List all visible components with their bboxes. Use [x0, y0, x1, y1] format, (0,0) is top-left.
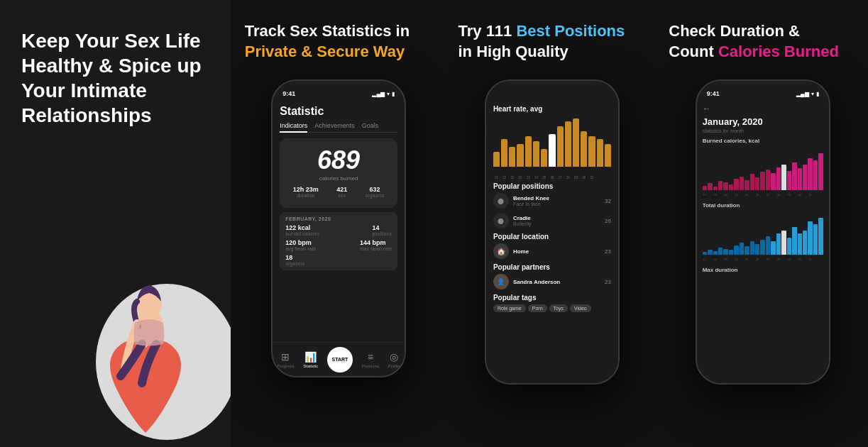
p4-lbl1-1 [708, 193, 712, 197]
bar-label-4: 23 [525, 176, 532, 180]
p4-bar2-0 [703, 252, 707, 255]
p4-bar2-18 [798, 233, 802, 255]
p4-lbl1-2: 22 [713, 193, 718, 197]
position-sub-1: Face to face [513, 202, 600, 206]
duration-chart [703, 212, 823, 255]
phone-mockup-4: 9:41 ▂▄▆ ▾ ▮ ← January, 2020 statistics … [696, 79, 830, 385]
headline-line-4: Relationships [21, 103, 202, 128]
tab-goals[interactable]: Goals [362, 122, 379, 129]
phone-screen-3: Heart rate, avg 212222222324252627282930… [486, 81, 618, 383]
p4-bar1-13 [771, 173, 775, 191]
month-sub: statistics for month [703, 128, 823, 133]
p4-lbl2-2: 22 [713, 258, 718, 261]
position-count-2: 26 [605, 218, 611, 224]
tab-indicators[interactable]: Indicators [280, 122, 307, 133]
p4-lbl1-19 [803, 193, 807, 197]
bar-label-5: 24 [533, 176, 539, 180]
section2-title: Total duration [703, 202, 823, 209]
back-button[interactable]: ← [703, 104, 823, 114]
tag-toys: Toys [549, 304, 568, 312]
orgasms-section-label: orgasms [285, 261, 392, 266]
position-info-2: Cradle Butterfly [513, 215, 600, 226]
p4-lbl2-19 [803, 258, 807, 261]
stat-big-number-card: 689 calories burned 12h 23m duration 421… [280, 138, 397, 208]
position-name-2: Cradle [513, 215, 600, 221]
phone-notch [310, 81, 367, 96]
nav-positions[interactable]: ≡ Positions [362, 351, 379, 368]
p4-lbl2-13 [771, 258, 775, 261]
positions-title: Popular positions [493, 182, 611, 190]
bar-9 [565, 121, 571, 167]
p4-bar1-12 [766, 170, 770, 190]
stat-tabs[interactable]: Indicators Achievements Goals [280, 122, 397, 133]
section-row-1: 122 kcal burned calories 14 positions [285, 224, 392, 236]
sex-lbl: sex [336, 193, 347, 198]
panel-2: Track Sex Statistics in Private & Secure… [231, 0, 447, 447]
p4-bar2-2 [713, 251, 718, 255]
p4-bar2-17 [792, 227, 796, 255]
nav-progress-label: Progress [277, 364, 294, 368]
partner-item: 👤 Sandra Anderson 23 [493, 274, 611, 289]
position-avatar-1: ⬤ [493, 193, 509, 209]
location-item: 🏠 Home 23 [493, 243, 611, 259]
p4-lbl2-22 [818, 258, 823, 261]
panel-2-headline: Track Sex Statistics in Private & Secure… [245, 21, 410, 62]
illustration [75, 163, 231, 447]
tab-achievements[interactable]: Achievements [314, 122, 355, 129]
p4-lbl1-5 [729, 193, 733, 197]
p4-lbl2-7 [740, 258, 744, 261]
p4-lbl1-4: 23 [723, 193, 727, 197]
chart-title: Heart rate, avg [493, 105, 611, 113]
p4-lbl2-21 [813, 258, 818, 261]
position-name-1: Bended Knee [513, 195, 600, 202]
panel-4-headline-accent: Calories Burned [718, 43, 839, 60]
position-avatar-2: ⬤ [493, 213, 509, 228]
nav-start-button[interactable]: START [327, 347, 353, 372]
p4-lbl2-11 [760, 258, 764, 261]
tag-porn: Porn [528, 304, 547, 312]
status-time: 9:41 [282, 90, 295, 97]
panel-4: Check Duration & Count Calories Burned 9… [657, 0, 868, 447]
partner-info: Sandra Anderson [513, 279, 600, 285]
max-heart-val: 144 bpm [360, 239, 392, 246]
section3-title: Max duration [703, 267, 823, 273]
partners-title: Popular partners [493, 263, 611, 271]
bar-label-11: 30 [581, 176, 587, 180]
progress-icon: ⊞ [281, 351, 290, 363]
panel-2-headline-accent: Private & Secure Way [245, 43, 405, 60]
p4-bar2-5 [729, 250, 733, 255]
p4-bar1-2 [713, 187, 718, 190]
bar-label-0: 21 [493, 176, 500, 180]
nav-progress[interactable]: ⊞ Progress [277, 351, 294, 368]
burned-calories-item: 122 kcal burned calories [285, 224, 319, 236]
nav-statistic[interactable]: 📊 Statistic [303, 351, 318, 368]
nav-statistic-label: Statistic [303, 364, 318, 368]
p4-bar2-6 [734, 245, 738, 255]
panel-1: Keep Your Sex Life Healthy & Spice up Yo… [0, 0, 231, 447]
p4-bar2-8 [745, 246, 749, 255]
p4-lbl2-8: 25 [745, 258, 749, 261]
nav-profile[interactable]: ◎ Profile [388, 351, 400, 368]
p4-bar2-3 [718, 248, 723, 255]
stat-duration: 12h 23m duration [293, 186, 319, 198]
status-icons-4: ▂▄▆ ▾ ▮ [796, 91, 819, 97]
bar-label-6: 25 [541, 176, 547, 180]
bar-3 [517, 144, 523, 167]
p4-lbl2-4: 23 [723, 258, 727, 261]
p4-lbl2-5 [729, 258, 733, 261]
p4-lbl1-21 [813, 193, 818, 197]
p4-lbl2-12: 27 [766, 258, 770, 261]
heart-rate-chart: 21222222232425262728293031 [493, 116, 611, 180]
p4-lbl2-17 [792, 258, 796, 261]
battery-icon: ▮ [392, 91, 395, 97]
tag-video: Video [570, 304, 591, 312]
headline-line-2: Healthy & Spice up [21, 53, 202, 78]
stat-orgasms: 632 orgasms [366, 186, 385, 198]
orgasms-val: 632 [366, 186, 385, 193]
max-heart-item: 144 bpm max heart rate [360, 239, 392, 251]
p4-lbl1-12: 27 [766, 193, 770, 197]
battery-icon-4: ▮ [816, 91, 819, 97]
stats-row: 12h 23m duration 421 sex 632 orgasms [287, 186, 390, 198]
orgasms-lbl: orgasms [366, 193, 385, 198]
p4-lbl2-15 [781, 258, 786, 261]
